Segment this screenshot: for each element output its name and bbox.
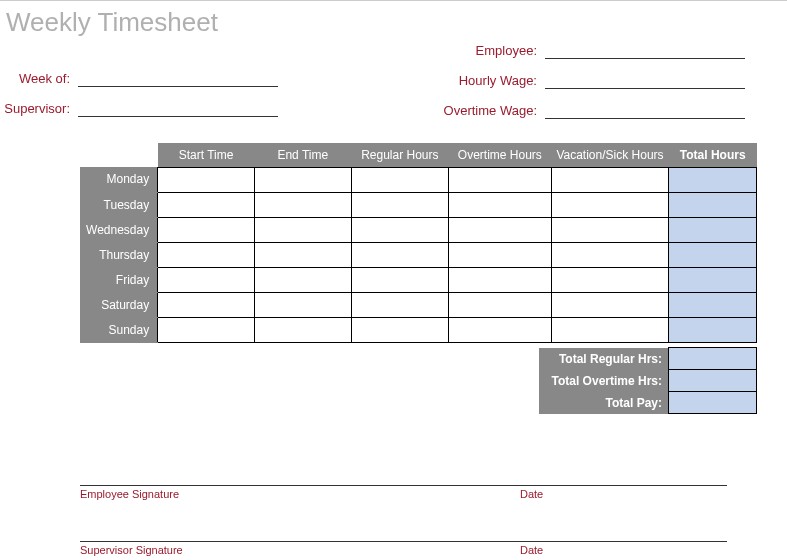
employee-signature-line[interactable] [80, 485, 727, 486]
employee-label: Employee: [377, 43, 537, 58]
week-of-input[interactable] [78, 69, 278, 87]
cell-input[interactable] [158, 267, 255, 292]
cell-input[interactable] [254, 192, 351, 217]
supervisor-signature-block: Supervisor Signature Date [80, 541, 727, 556]
supervisor-signature-label: Supervisor Signature [80, 544, 520, 556]
cell-input[interactable] [449, 217, 552, 242]
cell-input[interactable] [254, 267, 351, 292]
total-regular-label: Total Regular Hrs: [539, 348, 669, 370]
table-row: Friday [80, 267, 757, 292]
cell-input[interactable] [158, 242, 255, 267]
supervisor-signature-line[interactable] [80, 541, 727, 542]
row-total-cell[interactable] [669, 167, 757, 192]
timesheet-table: Start Time End Time Regular Hours Overti… [80, 143, 757, 343]
hourly-wage-label: Hourly Wage: [377, 73, 537, 88]
cell-input[interactable] [551, 267, 669, 292]
cell-input[interactable] [449, 292, 552, 317]
total-pay-value[interactable] [669, 392, 757, 414]
cell-input[interactable] [254, 292, 351, 317]
cell-input[interactable] [351, 217, 448, 242]
page-title: Weekly Timesheet [0, 1, 787, 38]
table-row: Thursday [80, 242, 757, 267]
cell-input[interactable] [158, 192, 255, 217]
table-row: Saturday [80, 292, 757, 317]
total-pay-label: Total Pay: [539, 392, 669, 414]
cell-input[interactable] [551, 192, 669, 217]
cell-input[interactable] [158, 217, 255, 242]
table-corner [80, 143, 158, 167]
hourly-wage-input[interactable] [545, 71, 745, 89]
cell-input[interactable] [449, 167, 552, 192]
day-label: Thursday [80, 242, 158, 267]
row-total-cell[interactable] [669, 217, 757, 242]
table-row: Monday [80, 167, 757, 192]
cell-input[interactable] [551, 242, 669, 267]
cell-input[interactable] [254, 217, 351, 242]
col-vacation-sick: Vacation/Sick Hours [551, 143, 669, 167]
cell-input[interactable] [351, 267, 448, 292]
cell-input[interactable] [449, 242, 552, 267]
day-label: Sunday [80, 317, 158, 342]
day-label: Tuesday [80, 192, 158, 217]
col-overtime-hours: Overtime Hours [449, 143, 552, 167]
cell-input[interactable] [449, 192, 552, 217]
cell-input[interactable] [158, 167, 255, 192]
totals-table: Total Regular Hrs: Total Overtime Hrs: T… [539, 347, 758, 414]
cell-input[interactable] [551, 317, 669, 342]
cell-input[interactable] [351, 167, 448, 192]
overtime-wage-label: Overtime Wage: [377, 103, 537, 118]
cell-input[interactable] [254, 242, 351, 267]
day-label: Friday [80, 267, 158, 292]
cell-input[interactable] [351, 292, 448, 317]
day-label: Wednesday [80, 217, 158, 242]
supervisor-input[interactable] [78, 99, 278, 117]
day-label: Monday [80, 167, 158, 192]
row-total-cell[interactable] [669, 267, 757, 292]
col-end-time: End Time [254, 143, 351, 167]
row-total-cell[interactable] [669, 317, 757, 342]
col-start-time: Start Time [158, 143, 255, 167]
supervisor-date-label: Date [520, 544, 543, 556]
total-regular-value[interactable] [669, 348, 757, 370]
cell-input[interactable] [449, 267, 552, 292]
cell-input[interactable] [254, 167, 351, 192]
cell-input[interactable] [158, 292, 255, 317]
total-overtime-value[interactable] [669, 370, 757, 392]
table-row: Tuesday [80, 192, 757, 217]
row-total-cell[interactable] [669, 242, 757, 267]
employee-signature-label: Employee Signature [80, 488, 520, 500]
cell-input[interactable] [254, 317, 351, 342]
row-total-cell[interactable] [669, 292, 757, 317]
table-row: Wednesday [80, 217, 757, 242]
cell-input[interactable] [351, 242, 448, 267]
cell-input[interactable] [351, 192, 448, 217]
employee-signature-block: Employee Signature Date [80, 485, 727, 500]
cell-input[interactable] [351, 317, 448, 342]
day-label: Saturday [80, 292, 158, 317]
week-of-label: Week of: [0, 71, 70, 86]
table-row: Sunday [80, 317, 757, 342]
employee-input[interactable] [545, 41, 745, 59]
overtime-wage-input[interactable] [545, 101, 745, 119]
col-total-hours: Total Hours [669, 143, 757, 167]
col-regular-hours: Regular Hours [351, 143, 448, 167]
employee-date-label: Date [520, 488, 543, 500]
cell-input[interactable] [158, 317, 255, 342]
cell-input[interactable] [449, 317, 552, 342]
row-total-cell[interactable] [669, 192, 757, 217]
cell-input[interactable] [551, 292, 669, 317]
cell-input[interactable] [551, 167, 669, 192]
timesheet-page: Weekly Timesheet Week of: Supervisor: Em… [0, 0, 787, 560]
supervisor-label: Supervisor: [0, 101, 70, 116]
cell-input[interactable] [551, 217, 669, 242]
total-overtime-label: Total Overtime Hrs: [539, 370, 669, 392]
